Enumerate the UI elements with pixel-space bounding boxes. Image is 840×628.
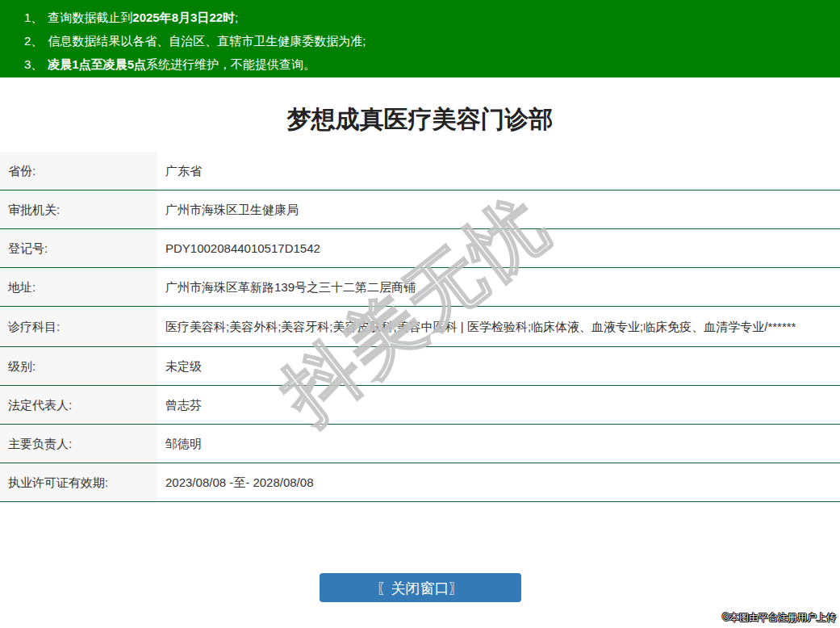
field-label: 审批机关:: [0, 190, 157, 229]
button-row: 〖关闭窗口〗: [0, 573, 840, 602]
field-value: 广东省: [157, 152, 840, 190]
notice-item: 2、信息数据结果以各省、自治区、直辖市卫生健康委数据为准;: [24, 29, 832, 52]
notice-text: 查询数据截止到: [48, 10, 132, 24]
notice-text: ;: [235, 10, 238, 24]
notice-text: 系统进行维护，不能提供查询。: [146, 57, 316, 71]
field-value: 广州市海珠区卫生健康局: [157, 190, 840, 229]
field-label: 登记号:: [0, 229, 157, 268]
notice-item: 1、查询数据截止到2025年8月3日22时;: [24, 6, 832, 29]
image-credit-watermark: ©本图由平台注册用户上传: [722, 611, 836, 625]
table-row: 主要负责人: 邹德明: [0, 425, 840, 463]
notice-item: 3、凌晨1点至凌晨5点系统进行维护，不能提供查询。: [24, 52, 832, 76]
table-row: 审批机关: 广州市海珠区卫生健康局: [0, 190, 840, 229]
notice-number: 2、: [24, 34, 43, 48]
notice-number: 1、: [24, 10, 43, 24]
close-window-button[interactable]: 〖关闭窗口〗: [320, 573, 521, 602]
info-table: 省份: 广东省 审批机关: 广州市海珠区卫生健康局 登记号: PDY100208…: [0, 152, 840, 502]
table-row: 地址: 广州市海珠区革新路139号之三十二第二层商铺: [0, 268, 840, 307]
field-value: 未定级: [157, 347, 840, 386]
table-row: 诊疗科目: 医疗美容科;美容外科;美容牙科;美容皮肤科;美容中医科 | 医学检验…: [0, 307, 840, 347]
table-row: 法定代表人: 曾志芬: [0, 386, 840, 425]
table-row: 执业许可证有效期: 2023/08/08 -至- 2028/08/08: [0, 463, 840, 502]
field-label: 主要负责人:: [0, 425, 157, 463]
field-label: 省份:: [0, 152, 157, 190]
notice-text-bold: 凌晨1点至凌晨5点: [48, 57, 146, 71]
field-value: 2023/08/08 -至- 2028/08/08: [157, 463, 840, 502]
table-row: 省份: 广东省: [0, 152, 840, 190]
field-label: 诊疗科目:: [0, 307, 157, 347]
notice-text: 信息数据结果以各省、自治区、直辖市卫生健康委数据为准;: [48, 34, 366, 48]
notice-text-bold: 2025年8月3日22时: [132, 10, 235, 24]
notice-banner: 1、查询数据截止到2025年8月3日22时; 2、信息数据结果以各省、自治区、直…: [0, 0, 840, 77]
field-label: 地址:: [0, 268, 157, 307]
table-row: 级别: 未定级: [0, 347, 840, 386]
field-value: 医疗美容科;美容外科;美容牙科;美容皮肤科;美容中医科 | 医学检验科;临床体液…: [157, 307, 840, 347]
table-row: 登记号: PDY10020844010517D1542: [0, 229, 840, 268]
page-title: 梦想成真医疗美容门诊部: [0, 103, 840, 136]
field-value: 曾志芬: [157, 386, 840, 425]
field-label: 执业许可证有效期:: [0, 463, 157, 502]
field-label: 级别:: [0, 347, 157, 386]
field-value: 广州市海珠区革新路139号之三十二第二层商铺: [157, 268, 840, 307]
notice-number: 3、: [24, 57, 43, 71]
field-value: PDY10020844010517D1542: [157, 229, 840, 268]
field-label: 法定代表人:: [0, 386, 157, 425]
field-value: 邹德明: [157, 425, 840, 463]
